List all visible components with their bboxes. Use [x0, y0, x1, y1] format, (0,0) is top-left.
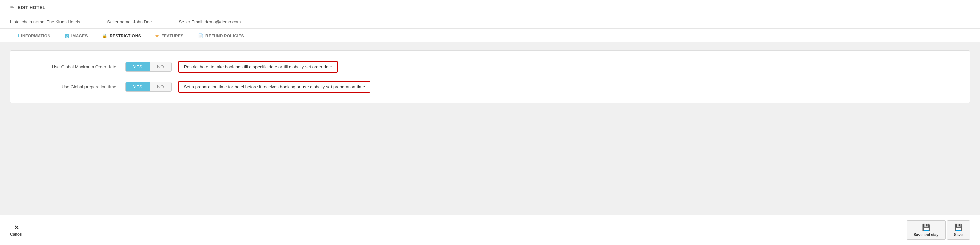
prep-time-yes-btn[interactable]: YES: [126, 82, 150, 91]
seller-name: Seller name: John Doe: [107, 19, 152, 24]
hotel-chain: Hotel chain name: The Kings Hotels: [10, 19, 80, 24]
restriction-row-prep-time: Use Global preparation time : YES NO Set…: [24, 81, 956, 93]
save-stay-label: Save and stay: [914, 232, 939, 237]
prep-time-no-btn[interactable]: NO: [150, 82, 171, 91]
images-icon: 🖼: [65, 33, 69, 38]
header-bar: ✏ EDIT HOTEL: [0, 0, 980, 15]
tab-images-label: IMAGES: [71, 34, 88, 38]
tab-features-label: FEATURES: [161, 34, 183, 38]
max-order-yes-btn[interactable]: YES: [126, 62, 150, 71]
tab-restrictions-label: RESTRICTIONS: [110, 34, 141, 38]
save-and-stay-button[interactable]: 💾 Save and stay: [907, 220, 945, 240]
restrictions-icon: 🔒: [102, 33, 107, 38]
tabs-bar: ℹ INFORMATION 🖼 IMAGES 🔒 RESTRICTIONS ★ …: [0, 29, 980, 42]
seller-email: Seller Email: demo@demo.com: [179, 19, 240, 24]
tab-information[interactable]: ℹ INFORMATION: [10, 29, 57, 42]
save-floppy-icon: 💾: [954, 223, 963, 231]
restriction-row-max-order: Use Global Maximum Order date : YES NO R…: [24, 61, 956, 73]
meta-bar: Hotel chain name: The Kings Hotels Selle…: [0, 15, 980, 29]
tab-restrictions[interactable]: 🔒 RESTRICTIONS: [95, 29, 148, 42]
prep-time-label: Use Global preparation time :: [24, 84, 119, 89]
tab-features[interactable]: ★ FEATURES: [148, 29, 191, 42]
save-stay-floppy-icon: 💾: [922, 223, 930, 231]
footer-right-buttons: 💾 Save and stay 💾 Save: [907, 220, 970, 240]
max-order-no-btn[interactable]: NO: [150, 62, 171, 71]
refund-icon: 📄: [198, 33, 204, 38]
save-label: Save: [954, 232, 963, 237]
edit-icon: ✏: [10, 5, 14, 10]
tab-information-label: INFORMATION: [21, 34, 50, 38]
max-order-label: Use Global Maximum Order date :: [24, 64, 119, 69]
content-area: Use Global Maximum Order date : YES NO R…: [0, 42, 980, 215]
save-button[interactable]: 💾 Save: [947, 220, 970, 240]
max-order-toggle-group: YES NO: [126, 62, 172, 72]
tab-images[interactable]: 🖼 IMAGES: [57, 29, 95, 42]
tab-refund-label: REFUND POLICIES: [205, 34, 244, 38]
prep-time-tooltip: Set a preparation time for hotel before …: [178, 81, 371, 93]
info-icon: ℹ: [17, 33, 19, 38]
tab-refund-policies[interactable]: 📄 REFUND POLICIES: [191, 29, 251, 42]
cancel-button[interactable]: ✕ Cancel: [10, 224, 22, 236]
restrictions-card: Use Global Maximum Order date : YES NO R…: [10, 50, 970, 103]
max-order-tooltip: Restrict hotel to take bookings till a s…: [178, 61, 337, 73]
footer-bar: ✕ Cancel 💾 Save and stay 💾 Save: [0, 215, 980, 245]
features-icon: ★: [155, 33, 159, 38]
page-title: EDIT HOTEL: [18, 5, 45, 10]
prep-time-toggle-group: YES NO: [126, 82, 172, 92]
cancel-label: Cancel: [10, 232, 22, 236]
x-icon: ✕: [14, 224, 19, 231]
